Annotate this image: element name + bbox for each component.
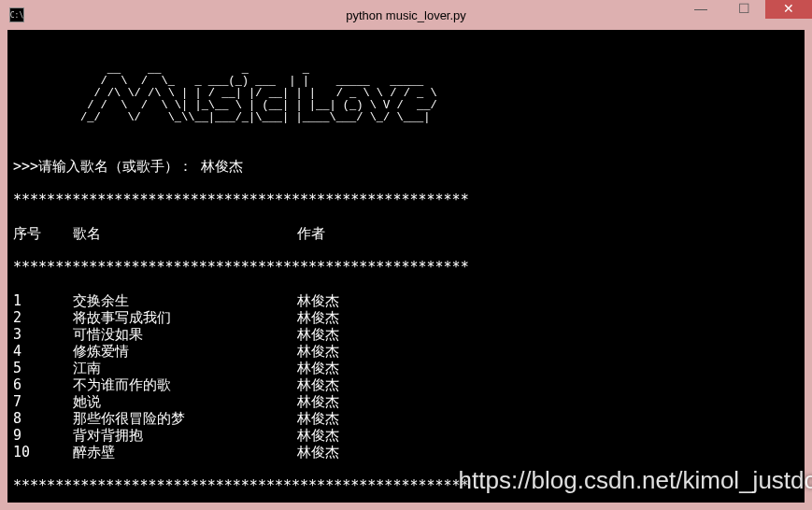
table-row: 2将故事写成我们林俊杰 xyxy=(13,309,799,326)
header-num: 序号 xyxy=(13,225,73,242)
prompt-label: >>>请输入歌名（或歌手）： xyxy=(13,158,192,175)
minimize-button[interactable]: — xyxy=(679,0,722,19)
cell-author: 林俊杰 xyxy=(297,343,339,360)
song-list: 1交换余生林俊杰2将故事写成我们林俊杰3可惜没如果林俊杰4修炼爱情林俊杰5江南林… xyxy=(13,292,799,460)
cell-author: 林俊杰 xyxy=(297,393,339,410)
terminal-output[interactable]: __ __ _ _ / \ / \_ _ ___(_) ___ | | ____… xyxy=(7,30,805,503)
cell-author: 林俊杰 xyxy=(297,376,339,393)
cell-author: 林俊杰 xyxy=(297,309,339,326)
window-titlebar: C:\ python music_lover.py — ☐ ✕ xyxy=(0,0,812,30)
cell-name: 背对背拥抱 xyxy=(73,427,297,444)
cell-author: 林俊杰 xyxy=(297,444,339,460)
cell-author: 林俊杰 xyxy=(297,326,339,343)
window-controls: — ☐ ✕ xyxy=(679,2,812,28)
table-row: 9背对背拥抱林俊杰 xyxy=(13,427,799,444)
cell-author: 林俊杰 xyxy=(297,410,339,427)
cell-name: 可惜没如果 xyxy=(73,326,297,343)
maximize-button[interactable]: ☐ xyxy=(722,0,765,19)
header-name: 歌名 xyxy=(73,225,297,242)
cell-name: 交换余生 xyxy=(73,292,297,309)
header-author: 作者 xyxy=(297,225,325,242)
input-prompt-line: >>>请输入歌名（或歌手）： 林俊杰 xyxy=(13,158,799,175)
table-row: 1交换余生林俊杰 xyxy=(13,292,799,309)
table-row: 5江南林俊杰 xyxy=(13,360,799,376)
cell-author: 林俊杰 xyxy=(297,292,339,309)
cell-name: 那些你很冒险的梦 xyxy=(73,410,297,427)
cell-num: 6 xyxy=(13,376,73,393)
table-header: 序号歌名作者 xyxy=(13,225,799,242)
table-row: 3可惜没如果林俊杰 xyxy=(13,326,799,343)
cell-num: 1 xyxy=(13,292,73,309)
prompt-input-value: 林俊杰 xyxy=(201,158,243,175)
ascii-logo: __ __ _ _ / \ / \_ _ ___(_) ___ | | ____… xyxy=(13,64,799,124)
cell-name: 不为谁而作的歌 xyxy=(73,376,297,393)
table-row: 6不为谁而作的歌林俊杰 xyxy=(13,376,799,393)
cell-num: 9 xyxy=(13,427,73,444)
table-row: 4修炼爱情林俊杰 xyxy=(13,343,799,360)
table-row: 10醉赤壁林俊杰 xyxy=(13,444,799,460)
cell-num: 3 xyxy=(13,326,73,343)
close-button[interactable]: ✕ xyxy=(765,0,812,19)
app-icon: C:\ xyxy=(9,7,24,22)
cell-num: 2 xyxy=(13,309,73,326)
cell-num: 5 xyxy=(13,360,73,376)
table-row: 7她说林俊杰 xyxy=(13,393,799,410)
table-row: 8那些你很冒险的梦林俊杰 xyxy=(13,410,799,427)
cell-name: 江南 xyxy=(73,360,297,376)
cell-name: 醉赤壁 xyxy=(73,444,297,460)
cell-name: 她说 xyxy=(73,393,297,410)
separator-line: ****************************************… xyxy=(13,191,799,208)
watermark-text: https://blog.csdn.net/kimol_justdo xyxy=(459,466,812,495)
cell-num: 4 xyxy=(13,343,73,360)
cell-num: 10 xyxy=(13,444,73,460)
separator-line: ****************************************… xyxy=(13,259,799,276)
cell-name: 将故事写成我们 xyxy=(73,309,297,326)
cell-num: 7 xyxy=(13,393,73,410)
cell-author: 林俊杰 xyxy=(297,360,339,376)
cell-author: 林俊杰 xyxy=(297,427,339,444)
cell-num: 8 xyxy=(13,410,73,427)
cell-name: 修炼爱情 xyxy=(73,343,297,360)
